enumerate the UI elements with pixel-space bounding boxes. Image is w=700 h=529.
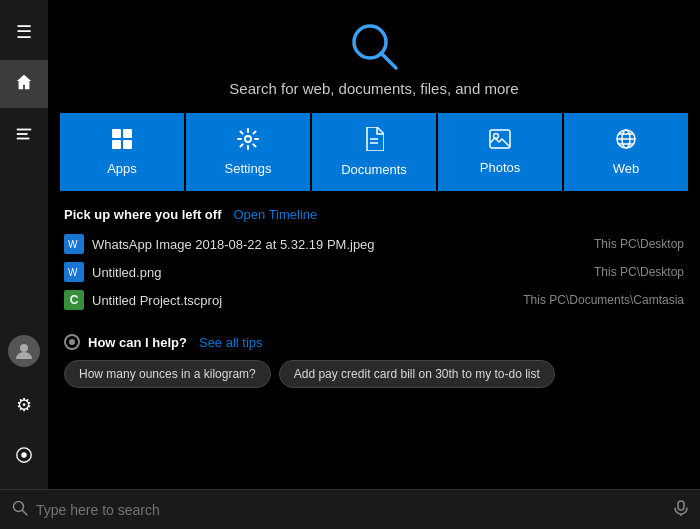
- svg-rect-11: [123, 140, 132, 149]
- web-label: Web: [613, 161, 640, 176]
- user-avatar: [8, 335, 40, 367]
- svg-line-27: [23, 510, 28, 515]
- chip-ounces[interactable]: How many ounces in a kilogram?: [64, 360, 271, 388]
- whatsapp-location: This PC\Desktop: [594, 237, 684, 251]
- taskbar-search-bar: [0, 489, 700, 529]
- svg-point-3: [20, 344, 28, 352]
- open-timeline-link[interactable]: Open Timeline: [233, 207, 317, 222]
- gear-icon: ⚙: [16, 394, 32, 416]
- main-container: ☰: [0, 0, 700, 489]
- chip-credit-card[interactable]: Add pay credit card bill on 30th to my t…: [279, 360, 555, 388]
- svg-rect-9: [123, 129, 132, 138]
- sidebar-item-avatar[interactable]: [0, 329, 48, 377]
- table-row[interactable]: W WhatsApp Image 2018-08-22 at 5.32.19 P…: [64, 230, 684, 258]
- sidebar-item-home[interactable]: [0, 60, 48, 108]
- recent-header: Pick up where you left off Open Timeline: [64, 207, 684, 222]
- hamburger-icon: ☰: [16, 21, 32, 43]
- search-hero: Search for web, documents, files, and mo…: [48, 0, 700, 113]
- search-magnifier-icon: [348, 20, 400, 72]
- taskbar-search-input[interactable]: [36, 502, 666, 518]
- svg-rect-0: [17, 128, 31, 130]
- microphone-icon[interactable]: [674, 500, 688, 519]
- settings-label: Settings: [225, 161, 272, 176]
- taskbar-search-icon: [12, 500, 28, 520]
- sidebar: ☰: [0, 0, 48, 489]
- timeline-icon: [15, 125, 33, 148]
- svg-point-12: [245, 136, 251, 142]
- recent-section: Pick up where you left off Open Timeline…: [48, 207, 700, 314]
- apps-label: Apps: [107, 161, 137, 176]
- suggestion-chips: How many ounces in a kilogram? Add pay c…: [64, 360, 684, 388]
- search-tagline: Search for web, documents, files, and mo…: [229, 80, 518, 97]
- table-row[interactable]: W Untitled.png This PC\Desktop: [64, 258, 684, 286]
- help-radio-icon: [64, 334, 80, 350]
- table-row[interactable]: C Untitled Project.tscproj This PC\Docum…: [64, 286, 684, 314]
- content-area: Search for web, documents, files, and mo…: [48, 0, 700, 489]
- svg-rect-10: [112, 140, 121, 149]
- apps-icon: [111, 128, 133, 153]
- help-header: How can I help? See all tips: [64, 334, 684, 350]
- whatsapp-icon: W: [64, 234, 84, 254]
- svg-text:W: W: [68, 239, 78, 250]
- sidebar-item-timeline[interactable]: [0, 112, 48, 160]
- svg-rect-8: [112, 129, 121, 138]
- see-all-tips-link[interactable]: See all tips: [199, 335, 263, 350]
- svg-line-7: [381, 53, 396, 68]
- recent-title: Pick up where you left off: [64, 207, 221, 222]
- sidebar-item-settings[interactable]: ⚙: [0, 381, 48, 429]
- category-documents[interactable]: Documents: [312, 113, 436, 191]
- category-web[interactable]: Web: [564, 113, 688, 191]
- photos-label: Photos: [480, 160, 520, 175]
- svg-text:W: W: [68, 267, 78, 278]
- svg-rect-1: [17, 133, 28, 135]
- camtasia-location: This PC\Documents\Camtasia: [523, 293, 684, 307]
- help-section: How can I help? See all tips How many ou…: [48, 326, 700, 396]
- camtasia-icon: C: [64, 290, 84, 310]
- sidebar-item-feedback[interactable]: [0, 433, 48, 481]
- svg-point-5: [21, 452, 26, 457]
- camtasia-file-name: Untitled Project.tscproj: [92, 293, 222, 308]
- settings-icon: [237, 128, 259, 153]
- svg-rect-28: [678, 501, 684, 510]
- sidebar-hamburger[interactable]: ☰: [0, 8, 48, 56]
- documents-label: Documents: [341, 162, 407, 177]
- category-bar: Apps Settings: [48, 113, 700, 191]
- photos-icon: [489, 129, 511, 152]
- home-icon: [15, 73, 33, 96]
- png-icon: W: [64, 262, 84, 282]
- png-location: This PC\Desktop: [594, 265, 684, 279]
- documents-icon: [364, 127, 384, 154]
- web-icon: [615, 128, 637, 153]
- png-file-name: Untitled.png: [92, 265, 161, 280]
- svg-rect-2: [17, 137, 30, 139]
- category-apps[interactable]: Apps: [60, 113, 184, 191]
- category-photos[interactable]: Photos: [438, 113, 562, 191]
- feedback-icon: [15, 446, 33, 469]
- whatsapp-file-name: WhatsApp Image 2018-08-22 at 5.32.19 PM.…: [92, 237, 375, 252]
- help-title: How can I help?: [88, 335, 187, 350]
- category-settings[interactable]: Settings: [186, 113, 310, 191]
